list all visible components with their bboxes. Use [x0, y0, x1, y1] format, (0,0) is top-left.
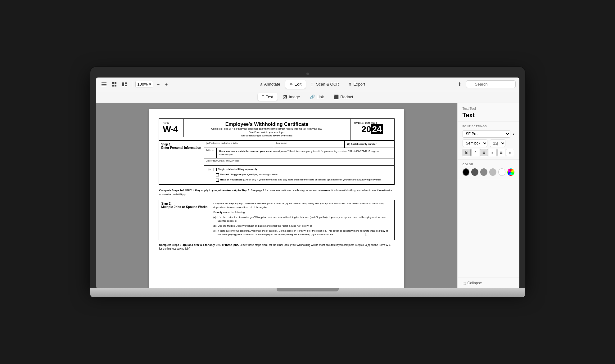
step2-item-b: (b) Use the Multiple Jobs Worksheet on p… — [213, 224, 391, 228]
font-settings-label: FONT SETTINGS — [463, 125, 514, 128]
collapse-button[interactable]: ⬚ Collapse — [458, 277, 519, 288]
step1-label: Step 1: Enter Personal Information — [159, 141, 204, 184]
section-title: Text — [463, 112, 514, 119]
divider — [132, 81, 132, 87]
text-label: Text — [266, 95, 273, 99]
toolbar-left: 100% ▾ − + — [100, 81, 170, 88]
align-right-button[interactable]: ☰ — [497, 149, 505, 156]
grid-view-button[interactable] — [110, 81, 118, 88]
font-style-select[interactable]: Semibold — [463, 140, 487, 147]
svg-rect-1 — [102, 84, 106, 85]
name-row: (a) First name and middle initial Last n… — [204, 141, 394, 148]
color-swatch-light-gray[interactable] — [489, 168, 496, 176]
step2-do-one: Do only one of the following. — [213, 211, 391, 214]
w4-header: Form W-4 Employee's Withholding Certific… — [159, 118, 395, 141]
annotate-button[interactable]: 𝐴 Annotate — [256, 80, 285, 89]
top-toolbar: 100% ▾ − + 𝐴 Annotate ✏ Edit — [96, 78, 519, 91]
step2-a-text: Use the estimator at www.irs.gov/W4App f… — [218, 215, 391, 223]
year-prefix: 20 — [361, 124, 371, 134]
export-button[interactable]: ⬆ Export — [344, 80, 369, 89]
svg-rect-9 — [125, 85, 127, 86]
right-panel: Text Tool Text FONT SETTINGS SF Pro ▾ — [457, 103, 519, 288]
step2-intro: Complete this step if you (1) hold more … — [213, 202, 391, 209]
annotate-label: Annotate — [264, 82, 280, 87]
main-content: Form W-4 Employee's Withholding Certific… — [96, 103, 519, 288]
sidebar-toggle-button[interactable] — [100, 81, 108, 87]
zoom-out-button[interactable]: − — [155, 81, 161, 88]
scan-ocr-button[interactable]: ⬚ Scan & OCR — [306, 80, 343, 89]
filing-c-label: (c) — [208, 168, 210, 171]
align-justify-button[interactable]: ≡ — [506, 149, 514, 156]
w4-omb: OMB No. 1545-0074 2024 — [350, 119, 394, 137]
filing-single-row: (c) Single or Married filing separately — [206, 167, 392, 172]
color-swatch-rainbow[interactable] — [507, 168, 514, 176]
step1-title: Enter Personal Information — [161, 146, 201, 149]
bold-button[interactable]: B — [463, 149, 471, 156]
laptop-base — [90, 288, 525, 297]
upload-button[interactable]: ⬆ — [456, 80, 464, 88]
checkbox-single[interactable] — [214, 168, 217, 171]
svg-rect-6 — [115, 85, 116, 87]
font-family-row: SF Pro ▾ — [463, 130, 514, 138]
collapse-label: Collapse — [468, 281, 482, 285]
scan-ocr-label: Scan & OCR — [316, 82, 339, 87]
step1-row: Step 1: Enter Personal Information (a) F… — [159, 141, 394, 185]
checkbox-two-jobs[interactable] — [365, 233, 368, 236]
font-size-select[interactable]: 22pt — [490, 140, 505, 147]
panel-header: Text Tool Text — [458, 103, 519, 122]
color-swatch-dark-gray[interactable] — [471, 168, 478, 176]
search-wrapper: 🔍 — [466, 80, 516, 88]
first-name-label: (a) First name and middle initial — [206, 142, 272, 144]
zoom-level: 100% — [138, 82, 148, 87]
italic-button[interactable]: I — [471, 149, 479, 156]
step2-c-text: If there are only two jobs total, you ma… — [218, 229, 391, 237]
pdf-page: Form W-4 Employee's Withholding Certific… — [149, 109, 404, 288]
city-cell: City or town, state, and ZIP code — [204, 158, 394, 165]
step2-c-label: (c) — [213, 229, 216, 237]
step3-note-para: Complete Steps 3–4(b) on Form W-4 for on… — [159, 243, 394, 251]
toolbar-right: ⬆ 🔍 — [456, 80, 516, 88]
city-label: City or town, state, and ZIP code — [206, 159, 392, 162]
zoom-in-button[interactable]: + — [163, 81, 170, 88]
step2-a-label: (a) — [213, 215, 216, 223]
image-icon: 🖼 — [283, 95, 287, 99]
address-label: Address — [206, 149, 215, 152]
ssn-side-info: (b) Social security number — [345, 141, 394, 148]
step2-b-text: Use the Multiple Jobs Worksheet on page … — [218, 224, 312, 228]
layout-button[interactable] — [120, 81, 129, 87]
filing-single-label: Single or Married filing separately — [218, 168, 257, 171]
text-tool-button[interactable]: T Text — [258, 93, 278, 101]
font-family-dropdown-icon: ▾ — [513, 132, 514, 136]
zoom-dropdown-icon: ▾ — [149, 82, 151, 87]
step1-fields: (a) First name and middle initial Last n… — [204, 141, 394, 184]
svg-rect-7 — [122, 82, 124, 86]
font-family-select[interactable]: SF Pro — [463, 130, 510, 138]
checkbox-head[interactable] — [216, 179, 219, 182]
color-label: COLOR — [463, 163, 514, 166]
camera-dot — [306, 73, 309, 75]
image-tool-button[interactable]: 🖼 Image — [279, 93, 304, 101]
edit-button[interactable]: ✏ Edit — [285, 80, 306, 89]
search-input[interactable] — [466, 80, 516, 88]
form-number: W-4 — [163, 124, 180, 134]
checkbox-married-joint[interactable] — [216, 173, 219, 176]
svg-rect-0 — [102, 82, 106, 83]
link-label: Link — [316, 95, 324, 99]
link-tool-button[interactable]: 🔗 Link — [305, 93, 328, 101]
color-swatch-black[interactable] — [463, 168, 470, 176]
color-swatch-medium-gray[interactable] — [480, 168, 487, 176]
filing-status-section: (c) Single or Married filing separately — [204, 166, 394, 184]
form-text: Form — [163, 122, 180, 124]
redact-label: Redact — [340, 95, 353, 99]
redact-icon: ⬛ — [334, 95, 339, 99]
ssn-match-info: Does your name match the name on your so… — [216, 148, 394, 158]
export-icon: ⬆ — [348, 82, 352, 87]
link-icon: 🔗 — [310, 95, 315, 99]
instructions-bold: Complete Steps 2–4 ONLY if they apply to… — [159, 189, 250, 192]
redact-tool-button[interactable]: ⬛ Redact — [329, 93, 357, 101]
pdf-viewer[interactable]: Form W-4 Employee's Withholding Certific… — [96, 103, 457, 288]
align-left-button[interactable]: ☰ — [480, 149, 488, 156]
align-center-button[interactable]: ≡ — [489, 149, 497, 156]
color-swatch-white[interactable] — [498, 168, 505, 176]
city-row: City or town, state, and ZIP code — [204, 158, 394, 166]
